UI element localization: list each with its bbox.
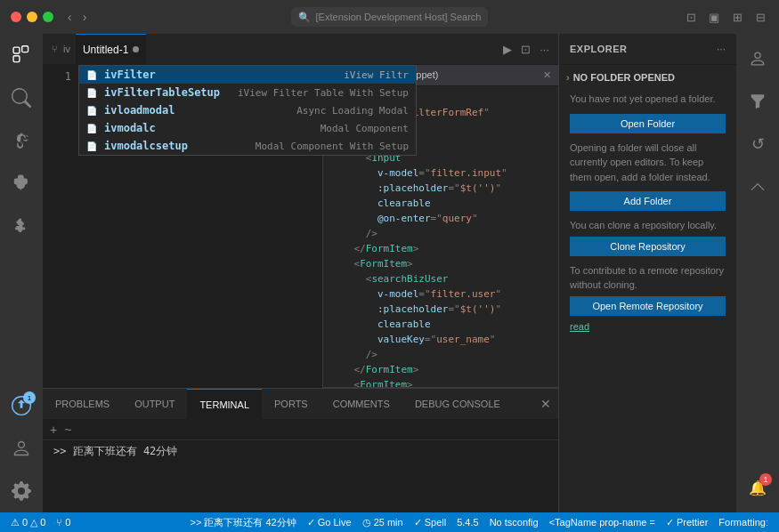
open-folder-button[interactable]: Open Folder [570,114,726,133]
activity-filter[interactable] [736,80,779,123]
status-errors[interactable]: ⚠ 0 △ 0 [5,517,51,528]
time-label: 25 min [374,517,403,528]
tab-dot [133,46,139,52]
close-button[interactable] [11,12,21,22]
error-icon: ⚠ [11,517,20,528]
layout-icon-3[interactable]: ⊞ [729,11,745,24]
chevron-right-icon: › [566,72,570,83]
minimize-button[interactable] [27,12,37,22]
editor-section: ⑂ iv Untitled-1 ▶ ⊡ ··· [43,34,558,512]
item-name-4: ivmodalc [104,122,156,134]
status-tsconfig[interactable]: No tsconfig [484,517,544,528]
snippet-line-5: v-model="filter.input" [330,165,551,181]
file-icon-3: 📄 [86,106,97,116]
snippet-line-6: :placeholder="$t('')" [330,181,551,196]
clone-desc: You can clone a repository locally. [559,213,736,235]
tab-problems[interactable]: PROBLEMS [43,389,122,419]
activity-remote[interactable]: 1 [0,384,43,427]
explorer-title: EXPLORER [570,44,628,54]
tab-label: Untitled-1 [83,44,128,56]
activity-refresh[interactable]: ↺ [736,123,779,165]
activity-collapse[interactable] [736,165,779,208]
error-count: 0 △ 0 [22,517,45,528]
activity-settings[interactable] [0,470,43,512]
terminal-line-1: >> 距离下班还有 42分钟 [53,444,548,459]
tab-ports[interactable]: PORTS [262,389,321,419]
panel-close-icon[interactable]: ✕ [540,397,551,411]
autocomplete-item-4[interactable]: 📄 ivmodalc Modal Component [79,119,416,137]
layout-icon-2[interactable]: ▣ [706,11,722,24]
status-countdown[interactable]: >> 距离下班还有 42分钟 [185,516,302,529]
countdown-text: >> 距离下班还有 42分钟 [191,516,296,529]
search-bar[interactable]: 🔍 [Extension Development Host] Search [291,7,489,27]
status-prettier[interactable]: ✓ Prettier [661,517,713,528]
close-icon[interactable]: ✕ [543,68,551,83]
layout-icon-1[interactable]: ⊡ [683,11,699,24]
autocomplete-item-1[interactable]: 📄 ivFilter iView Filtr [79,66,416,84]
panel-toolbar-row: + ~ [43,420,558,440]
activity-extensions[interactable] [0,205,43,247]
clone-repo-button[interactable]: Clone Repository [570,237,726,256]
prettier-label: Prettier [677,517,708,528]
status-bar: ⚠ 0 △ 0 ⑂ 0 >> 距离下班还有 42分钟 ✓ Go Live ◷ 2… [0,512,779,532]
tab-output[interactable]: OUTPUT [122,389,187,419]
split-terminal-icon[interactable]: ~ [64,423,71,437]
activity-account[interactable] [0,427,43,470]
activity-search[interactable] [0,77,43,119]
snippet-line-7: clearable [330,196,551,211]
split-icon[interactable]: ⊡ [521,43,531,56]
tab-debug-console[interactable]: DEBUG CONSOLE [402,389,513,419]
autocomplete-item-3[interactable]: 📄 ivloadmodal Async Loading Modal [79,101,416,119]
add-folder-button[interactable]: Add Folder [570,191,726,211]
open-remote-button[interactable]: Open Remote Repository [570,296,726,316]
file-icon-5: 📄 [86,141,97,151]
layout-icon-4[interactable]: ⊟ [752,11,768,24]
status-version[interactable]: 5.4.5 [451,517,483,528]
status-time[interactable]: ◷ 25 min [357,517,409,528]
autocomplete-item-2[interactable]: 📄 ivFilterTableSetup iView Filter Table … [79,84,416,101]
item-name-2: ivFilterTableSetup [104,86,220,99]
play-icon[interactable]: ▶ [503,43,512,56]
snippet-line-11: <FormItem> [330,256,551,271]
status-tagname[interactable]: <TagName prop-name = [544,517,661,528]
no-folder-desc: You have not yet opened a folder. [559,86,736,112]
tab-bar: ⑂ iv Untitled-1 ▶ ⊡ ··· [43,34,558,65]
maximize-button[interactable] [43,12,53,22]
bottom-panel: PROBLEMS OUTPUT TERMINAL PORTS COMMENTS [43,388,558,512]
main-layout: 1 ⑂ iv Untitled-1 [0,34,779,512]
search-icon: 🔍 [298,12,311,23]
explorer-content: › NO FOLDER OPENED You have not yet open… [559,65,736,512]
forward-button[interactable]: › [79,8,91,26]
explorer-header: EXPLORER ··· [559,34,736,65]
tab-terminal[interactable]: TERMINAL [187,389,262,419]
back-button[interactable]: ‹ [64,8,76,26]
snippet-line-8: @on-enter="query" [330,211,551,226]
activity-bell[interactable]: 🔔 1 [736,466,779,509]
file-icon-2: 📄 [86,88,97,98]
activity-avatar[interactable] [736,37,779,80]
activity-explorer[interactable] [0,34,43,77]
content-area: ⑂ iv Untitled-1 ▶ ⊡ ··· [43,34,779,512]
item-detail-5: Modal Component With Setup [256,141,409,152]
activity-source-control[interactable] [0,119,43,162]
right-activity-bar: ↺ 🔔 1 [736,34,779,512]
terminal-content[interactable]: >> 距离下班还有 42分钟 [43,440,558,512]
tab-comments[interactable]: COMMENTS [321,389,402,419]
status-git[interactable]: ⑂ 0 [51,517,76,528]
active-tab[interactable]: Untitled-1 [76,34,146,64]
status-golive[interactable]: ✓ Go Live [302,517,357,528]
activity-bar: 1 [0,34,43,512]
git-read-link: read [559,318,736,335]
activity-debug[interactable] [0,162,43,205]
editor-and-autocomplete: 1 iv 📄 ivFilter iView Filtr [43,65,558,388]
more-icon[interactable]: ··· [540,43,549,56]
status-spell[interactable]: ✓ Spell [409,517,451,528]
snippet-line-13: v-model="filter.user" [330,286,551,302]
item-name-5: ivmodalcsetup [104,140,188,152]
snippet-line-9: /> [330,226,551,241]
autocomplete-item-5[interactable]: 📄 ivmodalcsetup Modal Component With Set… [79,137,416,155]
no-folder-header: › NO FOLDER OPENED [559,69,736,86]
explorer-more-icon[interactable]: ··· [717,43,726,55]
add-terminal-icon[interactable]: + [50,423,57,437]
status-formatting[interactable]: Formatting: [713,517,774,528]
